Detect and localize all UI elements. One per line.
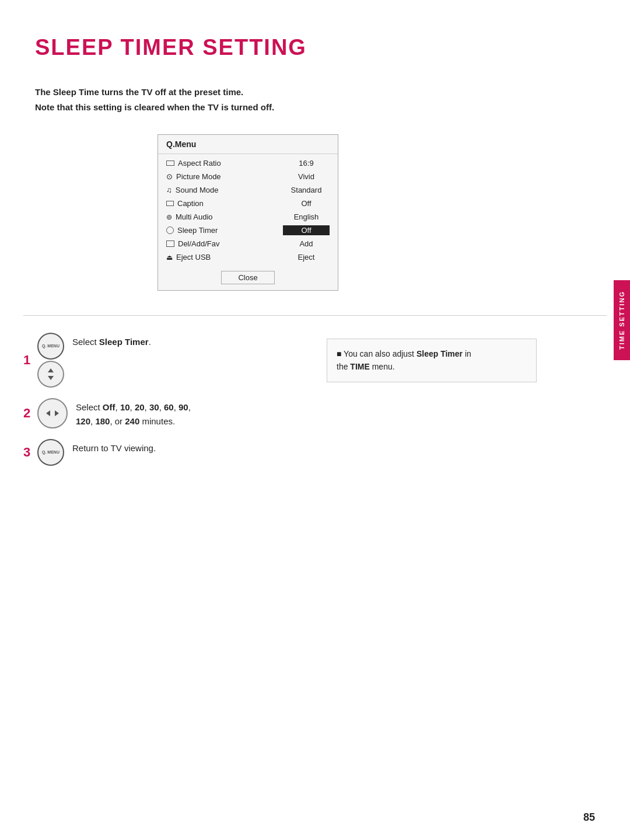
qmenu-row-eject-usb: ⏏ Eject USB Eject (158, 250, 338, 264)
intro-line1: The Sleep Time turns the TV off at the p… (35, 85, 274, 100)
step-2: 2 Select Off, 10, 20, 30, 60, 90, 120, 1… (23, 398, 607, 428)
eject-usb-label: Eject USB (176, 253, 211, 262)
qmenu-button-icon-2: Q. MENU (37, 439, 64, 466)
qmenu-label-text-2: Q. MENU (42, 450, 60, 455)
section-divider (23, 315, 607, 316)
picture-mode-label: Picture Mode (176, 172, 221, 181)
caption-icon (166, 201, 174, 206)
page-number: 85 (583, 811, 595, 824)
picture-mode-icon: ⊙ (166, 172, 173, 181)
page-title: SLEEP TIMER SETTING (35, 35, 307, 60)
qmenu-row-multi-audio: ⊚ Multi Audio English (158, 210, 338, 224)
eject-usb-value: Eject (283, 252, 330, 262)
step-2-text: Select Off, 10, 20, 30, 60, 90, 120, 180… (76, 398, 191, 428)
sleep-timer-icon (166, 226, 174, 234)
step-1-number: 1 (23, 353, 33, 368)
multi-audio-label: Multi Audio (176, 212, 213, 221)
del-add-fav-value: Add (283, 239, 330, 249)
step-2-number: 2 (23, 406, 33, 421)
side-tab: TIME SETTING (614, 280, 630, 360)
qmenu-box: Q.Menu Aspect Ratio 16:9 ⊙ Picture Mode … (158, 134, 338, 291)
picture-mode-value: Vivid (283, 172, 330, 182)
multi-audio-icon: ⊚ (166, 213, 172, 221)
eject-usb-icon: ⏏ (166, 253, 173, 262)
arrow-right-icon (55, 410, 59, 416)
sound-mode-label: Sound Mode (176, 186, 219, 194)
qmenu-label-text: Q. MENU (42, 344, 60, 348)
aspect-ratio-icon (166, 161, 174, 166)
nav-leftright-icon (37, 398, 68, 428)
step-1-text: Select Sleep Timer. (72, 333, 151, 349)
qmenu-title: Q.Menu (158, 135, 338, 154)
arrow-down-icon (48, 376, 54, 380)
qmenu-row-sound-mode: ♫ Sound Mode Standard (158, 183, 338, 197)
nav-updown-icon (37, 361, 64, 388)
intro-text: The Sleep Time turns the TV off at the p… (35, 85, 274, 114)
del-add-fav-label: Del/Add/Fav (178, 239, 220, 248)
qmenu-row-aspect-ratio: Aspect Ratio 16:9 (158, 156, 338, 170)
qmenu-row-picture-mode: ⊙ Picture Mode Vivid (158, 170, 338, 183)
qmenu-row-caption: Caption Off (158, 197, 338, 210)
intro-line2: Note that this setting is cleared when t… (35, 100, 274, 115)
aspect-ratio-value: 16:9 (283, 158, 330, 168)
multi-audio-value: English (283, 212, 330, 222)
side-note-bullet: ■ (337, 349, 341, 358)
aspect-ratio-label: Aspect Ratio (178, 159, 221, 168)
caption-value: Off (283, 198, 330, 208)
sleep-timer-value: Off (283, 225, 330, 235)
qmenu-row-sleep-timer: Sleep Timer Off (158, 224, 338, 237)
qmenu-close-row: Close (158, 266, 338, 290)
qmenu-close-button[interactable]: Close (221, 271, 274, 284)
step-3-number: 3 (23, 445, 33, 460)
qmenu-button-icon: Q. MENU (37, 333, 64, 388)
arrow-up-icon (48, 368, 54, 372)
step-3: 3 Q. MENU Return to TV viewing. (23, 439, 607, 466)
sound-mode-value: Standard (283, 185, 330, 195)
qmenu-rows: Aspect Ratio 16:9 ⊙ Picture Mode Vivid ♫… (158, 154, 338, 266)
sleep-timer-label: Sleep Timer (177, 226, 218, 235)
arrow-left-icon (46, 410, 50, 416)
qmenu-row-del-add-fav: Del/Add/Fav Add (158, 237, 338, 250)
del-add-fav-icon (166, 241, 174, 247)
caption-label: Caption (177, 199, 204, 208)
side-note: ■ You can also adjust Sleep Timer in the… (327, 339, 537, 382)
step-3-text: Return to TV viewing. (72, 439, 156, 455)
sound-mode-icon: ♫ (166, 186, 172, 194)
